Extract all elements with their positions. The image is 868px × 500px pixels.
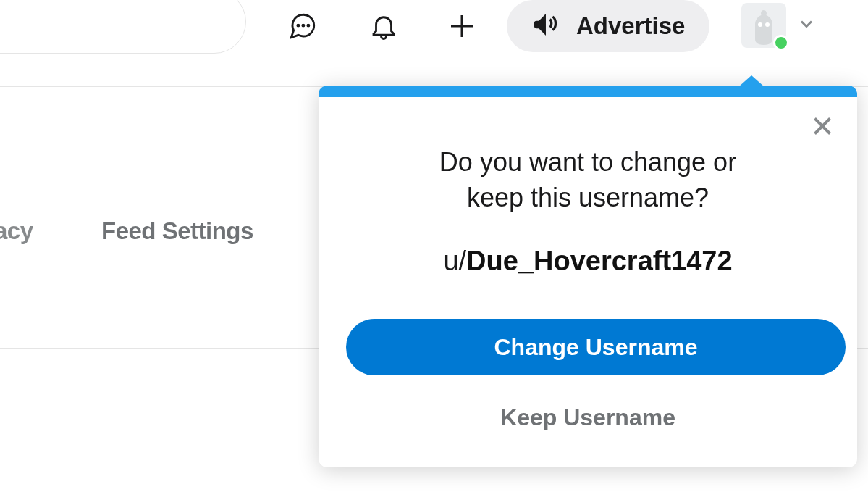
svg-point-6 — [765, 22, 770, 27]
notifications-icon[interactable] — [366, 9, 401, 43]
search-input[interactable] — [0, 0, 246, 54]
advertise-button[interactable]: Advertise — [507, 0, 709, 52]
tab-feed-settings[interactable]: Feed Settings — [101, 217, 253, 245]
popover-arrow — [738, 75, 764, 87]
username-line: u/Due_Hovercraft1472 — [346, 246, 830, 277]
prompt-text: Do you want to change or keep this usern… — [346, 110, 830, 215]
popover-accent-bar — [319, 86, 857, 97]
prompt-line2: keep this username? — [467, 183, 709, 212]
presence-indicator — [773, 35, 789, 51]
username-popover: Do you want to change or keep this usern… — [319, 86, 857, 467]
avatar — [741, 3, 786, 48]
svg-point-0 — [298, 25, 299, 26]
change-username-button[interactable]: Change Username — [346, 319, 846, 375]
tab-privacy[interactable]: acy — [0, 217, 33, 245]
user-menu[interactable] — [741, 3, 817, 48]
megaphone-icon — [531, 9, 563, 43]
username-value: Due_Hovercraft1472 — [466, 246, 733, 276]
top-bar: Advertise — [0, 0, 868, 87]
prompt-line1: Do you want to change or — [439, 147, 736, 177]
username-prefix: u/ — [443, 246, 466, 276]
chevron-down-icon — [796, 14, 817, 37]
chat-icon[interactable] — [285, 9, 320, 43]
advertise-label: Advertise — [576, 12, 685, 40]
create-icon[interactable] — [444, 9, 479, 43]
keep-username-button[interactable]: Keep Username — [500, 404, 675, 431]
svg-point-2 — [308, 25, 309, 26]
svg-point-1 — [303, 25, 304, 26]
close-icon[interactable] — [808, 112, 837, 141]
svg-point-5 — [758, 22, 762, 27]
